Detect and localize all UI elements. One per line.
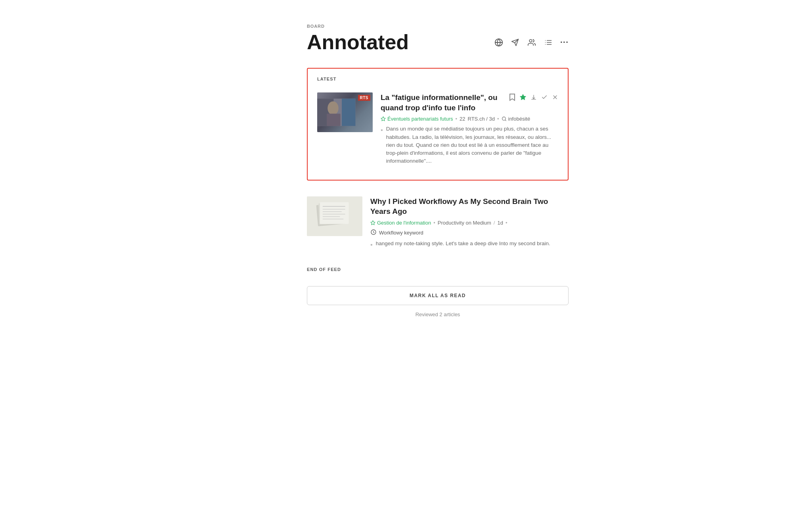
star-icon[interactable] [519,94,527,101]
article-thumbnail-2 [307,196,362,236]
end-of-feed-label: END OF FEED [307,267,569,272]
svg-marker-33 [371,221,375,225]
keyword-icon [370,229,377,236]
download-icon[interactable] [530,94,537,101]
svg-marker-16 [520,94,526,100]
globe-icon[interactable] [494,38,503,47]
close-icon[interactable] [552,94,558,100]
rts-badge: RTS [358,95,371,101]
header-icons: ··· [494,37,569,48]
mark-all-read-button[interactable]: MARK ALL AS READ [307,286,569,305]
latest-section: LATEST RTS La "fatigue inform [307,68,569,181]
board-label: BOARD [307,24,569,29]
article-excerpt-1: ▪ Dans un monde qui se médiatise toujour… [381,125,558,165]
second-article-card: Why I Picked Workflowy As My Second Brai… [307,190,569,256]
article-age-2: 1d [497,220,503,226]
featured-article-card: RTS La "fatigue informationnelle", ou qu… [317,88,558,170]
svg-marker-20 [381,117,385,121]
article-title-1: La "fatigue informationnelle", ou quand … [381,92,503,113]
people-icon[interactable] [527,38,536,46]
article-search-tag: infobésité [502,116,530,122]
svg-point-13 [327,102,339,115]
svg-line-22 [505,120,506,121]
article-source: RTS.ch / 3d [468,116,495,122]
list-icon[interactable] [544,38,552,46]
article-tag-2[interactable]: Gestion de l'information [370,220,431,226]
svg-rect-26 [320,202,349,224]
more-icon[interactable]: ··· [560,37,569,48]
bookmark-icon[interactable] [509,93,515,101]
send-icon[interactable] [511,38,519,46]
excerpt-bullet-icon-2: ▪ [370,240,373,250]
latest-label: LATEST [317,77,558,81]
article-title-2: Why I Picked Workflowy As My Second Brai… [370,196,569,217]
svg-point-4 [529,39,532,42]
article-actions-1 [509,93,558,101]
article-thumbnail-1: RTS [317,92,373,132]
svg-rect-14 [327,114,340,126]
article-content-1: La "fatigue informationnelle", ou quand … [381,92,558,165]
excerpt-bullet-icon: ▪ [381,125,383,165]
article-source-2: Productivity on Medium [438,220,491,226]
article-meta-1: Éventuels partenariats futurs • 22 RTS.c… [381,116,558,122]
article-tag-1[interactable]: Éventuels partenariats futurs [381,116,453,122]
page-title: Annotated [307,31,409,54]
reviewed-count-text: Reviewed 2 articles [307,311,569,317]
article-meta-2: Gestion de l'information • Productivity … [370,220,569,226]
svg-rect-15 [342,99,355,126]
thumbnail-2-placeholder [307,196,362,236]
article-count: 22 [460,116,465,122]
article-excerpt-2: ▪ hanged my note-taking style. Let's tak… [370,240,569,250]
keyword-row: Workflowy keyword [370,229,569,236]
article-content-2: Why I Picked Workflowy As My Second Brai… [370,196,569,250]
check-icon[interactable] [541,94,548,100]
